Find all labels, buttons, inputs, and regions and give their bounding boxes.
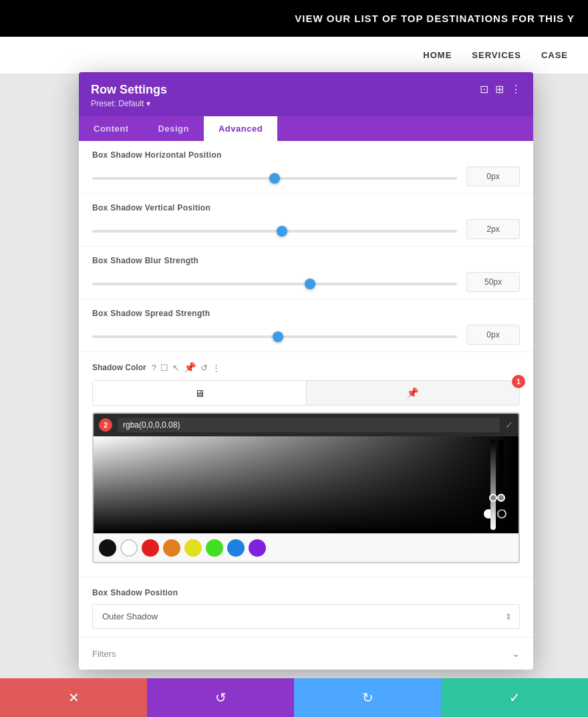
tab-design[interactable]: Design <box>144 116 204 141</box>
reset-button[interactable]: ↺ <box>147 678 294 717</box>
color-gradient[interactable] <box>94 436 519 533</box>
filters-section[interactable]: Filters ⌄ <box>79 637 533 670</box>
badge-2: 2 <box>99 418 112 432</box>
box-shadow-spread-label: Box Shadow Spread Strength <box>92 309 520 318</box>
gradient-area <box>94 436 519 533</box>
color-tab-desktop[interactable]: 🖥 <box>93 381 306 405</box>
box-shadow-blur-slider-container <box>92 276 457 288</box>
box-shadow-vertical-section: Box Shadow Vertical Position <box>79 194 533 247</box>
box-shadow-vertical-slider-container <box>92 223 457 235</box>
box-shadow-horizontal-label: Box Shadow Horizontal Position <box>92 150 520 160</box>
color-check-icon[interactable]: ✓ <box>505 420 513 430</box>
save-button[interactable]: ✓ <box>441 678 588 717</box>
preset-chevron[interactable]: ▾ <box>146 99 150 108</box>
hue-slider-thumb[interactable] <box>489 494 497 502</box>
shadow-question-icon[interactable]: ? <box>152 363 156 373</box>
row-settings-panel: Row Settings Preset: Default ▾ ⊡ ⊞ ⋮ Con… <box>79 72 533 670</box>
shadow-color-label: Shadow Color <box>92 363 146 372</box>
panel-tabs: Content Design Advanced <box>79 116 533 141</box>
box-shadow-position-select[interactable]: Outer Shadow Inner Shadow <box>92 604 520 629</box>
hue-slider-track[interactable] <box>490 440 496 530</box>
save-icon: ✓ <box>509 690 521 706</box>
swatch-purple[interactable] <box>249 539 266 557</box>
box-shadow-spread-slider-container <box>92 329 457 341</box>
nav-services[interactable]: SERVICES <box>472 50 521 60</box>
bottom-bar: ✕ ↺ ↻ ✓ <box>0 678 588 717</box>
box-shadow-spread-slider[interactable] <box>92 335 457 338</box>
box-shadow-horizontal-slider-container <box>92 170 457 182</box>
box-shadow-vertical-slider[interactable] <box>92 230 457 233</box>
color-tab-pin[interactable]: 📌 <box>306 381 520 405</box>
panel-preset[interactable]: Preset: Default <box>91 99 144 108</box>
shadow-undo-icon[interactable]: ↺ <box>200 363 208 373</box>
box-shadow-horizontal-slider[interactable] <box>92 177 457 180</box>
filters-chevron-icon[interactable]: ⌄ <box>512 648 520 659</box>
shadow-color-header: Shadow Color ? ☐ ↖ 📌 ↺ ⋮ <box>92 362 520 374</box>
badge-1: 1 <box>512 375 525 388</box>
color-swatches <box>94 533 519 562</box>
box-shadow-horizontal-row <box>92 166 520 186</box>
shadow-color-section: Shadow Color ? ☐ ↖ 📌 ↺ ⋮ 🖥 📌 <box>79 352 533 577</box>
box-shadow-vertical-label: Box Shadow Vertical Position <box>92 203 520 212</box>
color-hex-input[interactable] <box>118 418 500 432</box>
swatch-black[interactable] <box>99 539 116 557</box>
color-input-bar: 2 ✓ <box>94 414 519 436</box>
shadow-color-icons: ? ☐ ↖ 📌 ↺ ⋮ <box>152 362 220 374</box>
redo-icon: ↻ <box>362 690 374 706</box>
nav-case[interactable]: CASE <box>541 50 568 60</box>
swatch-blue[interactable] <box>227 539 245 557</box>
box-shadow-vertical-value[interactable] <box>466 219 520 239</box>
box-shadow-blur-label: Box Shadow Blur Strength <box>92 256 520 265</box>
shadow-monitor-icon[interactable]: ☐ <box>160 363 168 373</box>
panel-header-icons: ⊡ ⊞ ⋮ <box>480 83 521 96</box>
box-shadow-vertical-row <box>92 219 520 239</box>
opacity-slider-track[interactable] <box>498 440 504 530</box>
shadow-pin-icon[interactable]: 📌 <box>184 362 196 374</box>
swatch-green[interactable] <box>206 539 223 557</box>
swatch-white[interactable] <box>120 539 138 557</box>
tab-content[interactable]: Content <box>79 116 144 141</box>
box-shadow-blur-slider[interactable] <box>92 283 457 285</box>
panel-icon-columns[interactable]: ⊞ <box>495 83 504 96</box>
panel-content: Box Shadow Horizontal Position Box Shado… <box>79 141 533 670</box>
shadow-cursor-icon[interactable]: ↖ <box>172 363 180 373</box>
reset-icon: ↺ <box>215 690 227 706</box>
pin-blue-icon: 📌 <box>406 387 419 399</box>
box-shadow-position-select-wrapper: Outer Shadow Inner Shadow ⇕ <box>92 604 520 629</box>
nav-bar: HOME SERVICES CASE <box>0 37 588 74</box>
opacity-slider-thumb[interactable] <box>497 494 505 502</box>
swatch-red[interactable] <box>142 539 159 557</box>
color-device-tabs: 🖥 📌 <box>92 380 520 406</box>
color-device-tabs-wrapper: 🖥 📌 1 <box>92 380 520 406</box>
redo-button[interactable]: ↻ <box>294 678 441 717</box>
panel-header: Row Settings Preset: Default ▾ ⊡ ⊞ ⋮ <box>79 72 533 116</box>
color-picker: 2 ✓ <box>92 412 520 563</box>
vertical-sliders <box>485 436 519 533</box>
box-shadow-horizontal-value[interactable] <box>466 166 520 186</box>
cancel-button[interactable]: ✕ <box>0 678 147 717</box>
box-shadow-blur-value[interactable] <box>466 272 520 292</box>
gradient-overlay <box>94 436 519 533</box>
panel-icon-capture[interactable]: ⊡ <box>480 83 488 96</box>
box-shadow-position-section: Box Shadow Position Outer Shadow Inner S… <box>79 577 533 637</box>
nav-home[interactable]: HOME <box>423 50 452 60</box>
box-shadow-position-label: Box Shadow Position <box>92 588 520 597</box>
top-bar: VIEW OUR LIST OF TOP DESTINATIONS FOR TH… <box>0 0 588 37</box>
box-shadow-spread-value[interactable] <box>466 325 520 345</box>
top-bar-text: VIEW OUR LIST OF TOP DESTINATIONS FOR TH… <box>295 13 575 24</box>
desktop-icon: 🖥 <box>194 388 204 399</box>
tab-advanced[interactable]: Advanced <box>204 116 277 141</box>
panel-icon-more[interactable]: ⋮ <box>510 83 521 96</box>
filters-label: Filters <box>92 649 116 659</box>
swatch-orange[interactable] <box>163 539 180 557</box>
box-shadow-blur-row <box>92 272 520 292</box>
box-shadow-horizontal-section: Box Shadow Horizontal Position <box>79 141 533 194</box>
box-shadow-spread-section: Box Shadow Spread Strength <box>79 299 533 352</box>
panel-title: Row Settings <box>91 83 167 97</box>
cancel-icon: ✕ <box>68 690 80 706</box>
box-shadow-spread-row <box>92 325 520 345</box>
shadow-more-icon[interactable]: ⋮ <box>212 363 220 373</box>
swatch-yellow[interactable] <box>184 539 202 557</box>
box-shadow-blur-section: Box Shadow Blur Strength <box>79 247 533 299</box>
